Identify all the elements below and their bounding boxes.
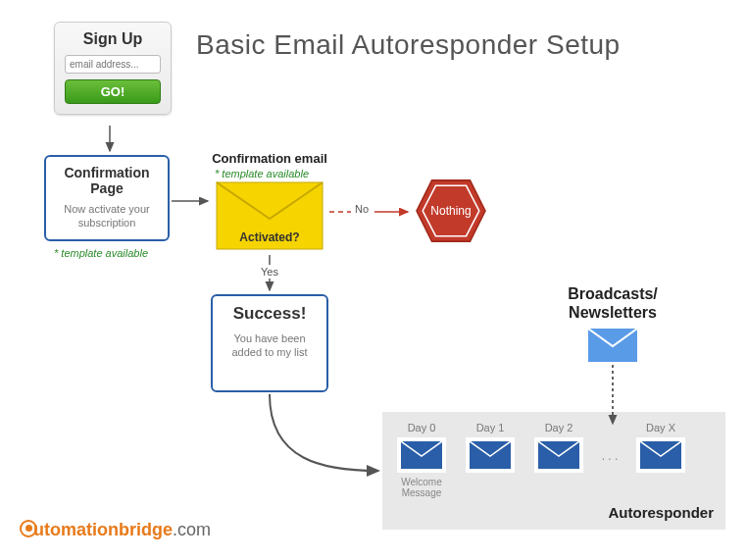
envelope-icon <box>470 441 511 469</box>
page-title: Basic Email Autoresponder Setup <box>196 29 621 61</box>
nothing-label: Nothing <box>430 204 471 218</box>
confirmation-page-box: Confirmation Page Now activate your subs… <box>44 155 170 241</box>
activated-question: Activated? <box>216 230 324 244</box>
email-input[interactable] <box>65 55 161 74</box>
success-text: You have been added to my list <box>219 331 321 360</box>
envelope-icon <box>401 441 442 469</box>
day-envelope <box>636 437 685 473</box>
confirmation-page-title: Confirmation Page <box>52 165 162 196</box>
envelope-yellow: Activated? <box>216 181 324 250</box>
logo-part2: bridge <box>119 520 173 539</box>
day-item: Day 1 <box>463 422 518 473</box>
go-button[interactable]: GO! <box>65 79 161 104</box>
confirmation-page-template-note: * template available <box>54 247 148 259</box>
envelope-icon <box>640 441 681 469</box>
day-item: Day 2 <box>531 422 586 473</box>
confirmation-email-template-note: * template available <box>215 168 328 179</box>
success-box: Success! You have been added to my list <box>211 294 328 392</box>
day-envelope <box>397 437 446 473</box>
day-item: Day X <box>633 422 688 473</box>
edge-yes-label: Yes <box>261 266 278 278</box>
edge-no-label: No <box>355 203 369 215</box>
confirmation-email-block: Confirmation email * template available … <box>211 151 328 250</box>
logo: utomationbridge.com <box>20 520 211 540</box>
welcome-message-label: Welcome Message <box>394 477 449 498</box>
day-envelope <box>534 437 583 473</box>
day-label: Day 0 <box>394 422 449 433</box>
day-label: Day X <box>633 422 688 433</box>
envelope-icon <box>588 329 637 362</box>
broadcasts-line2: Newsletters <box>569 304 657 321</box>
day-label: Day 2 <box>531 422 586 433</box>
envelope-icon <box>538 441 579 469</box>
day-row: Day 0 Welcome Message Day 1 Day 2 . . . … <box>394 422 714 498</box>
nothing-node: Nothing <box>412 177 490 245</box>
signup-heading: Sign Up <box>65 30 161 48</box>
broadcast-envelope <box>588 329 637 362</box>
confirmation-page-text: Now activate your subscription <box>52 202 162 230</box>
ellipsis: . . . <box>600 422 620 463</box>
confirmation-email-label: Confirmation email <box>211 151 328 166</box>
logo-part1: utomation <box>33 520 119 539</box>
day-item: Day 0 Welcome Message <box>394 422 449 498</box>
signup-card: Sign Up GO! <box>54 22 172 115</box>
autoresponder-panel: Day 0 Welcome Message Day 1 Day 2 . . . … <box>382 412 725 530</box>
autoresponder-label: Autoresponder <box>394 504 714 521</box>
broadcasts-line1: Broadcasts/ <box>568 285 658 302</box>
success-title: Success! <box>219 304 321 324</box>
broadcasts-label: Broadcasts/ Newsletters <box>549 284 676 322</box>
day-label: Day 1 <box>463 422 518 433</box>
day-envelope <box>466 437 515 473</box>
logo-domain: .com <box>173 520 211 539</box>
